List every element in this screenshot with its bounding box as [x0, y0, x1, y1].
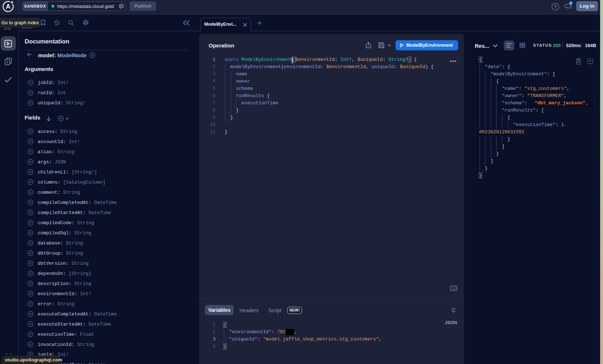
svg-text:?: ?	[554, 4, 557, 9]
svg-text:A: A	[6, 3, 11, 10]
